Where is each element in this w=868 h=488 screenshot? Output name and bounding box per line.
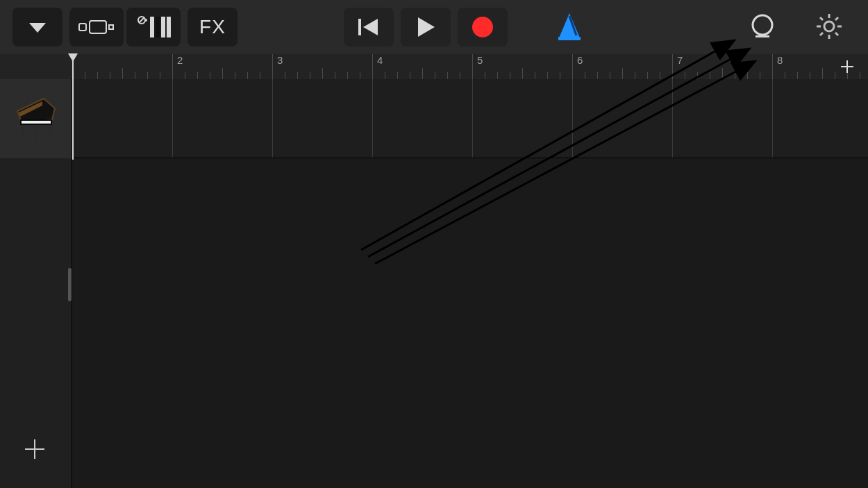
bar-mark: 4 (372, 54, 383, 79)
ruler-tick (435, 72, 435, 79)
barline (272, 79, 273, 158)
ruler-tick (547, 72, 548, 79)
fx-button[interactable]: FX (187, 8, 237, 47)
ruler-tick (360, 72, 360, 79)
svg-rect-7 (150, 17, 154, 37)
ruler-tick (672, 72, 673, 79)
ruler-tick (460, 72, 460, 79)
plus-icon (839, 58, 856, 75)
ruler-tick (147, 72, 148, 79)
svg-line-25 (820, 17, 823, 20)
ruler-tick (522, 68, 523, 79)
bar-mark: 5 (472, 54, 483, 79)
svg-rect-1 (79, 24, 86, 31)
ruler-tick (385, 72, 385, 79)
record-button[interactable] (458, 8, 508, 47)
track-lane[interactable] (72, 79, 868, 158)
svg-rect-10 (167, 17, 171, 37)
add-region-button[interactable] (832, 54, 862, 79)
ruler-tick (572, 72, 573, 79)
svg-rect-2 (90, 21, 106, 33)
ruler-tick (635, 72, 635, 79)
ruler-tick (810, 72, 810, 79)
ruler-tick (247, 72, 248, 79)
ruler-tick (210, 72, 210, 79)
smart-controls-button[interactable] (126, 8, 181, 47)
track-header-piano[interactable] (0, 79, 72, 158)
svg-rect-3 (109, 25, 113, 29)
scroll-indicator[interactable] (68, 268, 72, 301)
barline (372, 79, 373, 158)
ruler-tick (172, 72, 173, 79)
ruler-tick (597, 72, 598, 79)
ruler-tick (135, 72, 135, 79)
svg-line-28 (820, 33, 823, 35)
ruler-tick (472, 72, 473, 79)
ruler-tick (397, 72, 398, 79)
bar-mark: 7 (672, 54, 683, 79)
barline (172, 79, 173, 158)
barline (572, 79, 573, 158)
ruler-tick (697, 72, 698, 79)
ruler-tick (735, 72, 735, 79)
track-view-button[interactable] (69, 8, 124, 47)
svg-rect-19 (756, 35, 769, 37)
ruler-tick (685, 72, 685, 79)
ruler-tick (535, 72, 535, 79)
ruler-tick (160, 72, 160, 79)
grand-piano-icon (9, 92, 63, 146)
svg-point-20 (824, 22, 834, 31)
mixer-sliders-icon (135, 15, 172, 39)
svg-point-14 (472, 17, 493, 37)
ruler-tick (660, 72, 660, 79)
ruler-tick (747, 72, 748, 79)
svg-marker-31 (17, 99, 55, 122)
ruler-tick (122, 68, 123, 79)
plus-icon (23, 437, 47, 461)
bar-mark: 3 (272, 54, 283, 79)
svg-rect-9 (161, 17, 165, 37)
barline (672, 79, 673, 158)
rewind-button[interactable] (344, 8, 394, 47)
ruler-tick (797, 72, 798, 79)
instrument-browser-button[interactable] (12, 8, 62, 47)
settings-button[interactable] (812, 10, 846, 43)
garageband-tracks-view: FX (0, 0, 868, 488)
ruler-inner: 2345678 (72, 54, 868, 79)
bar-mark: 2 (172, 54, 183, 79)
ruler-tick (785, 72, 785, 79)
svg-line-26 (835, 33, 838, 35)
svg-rect-17 (558, 37, 581, 40)
rewind-to-start-icon (357, 17, 381, 37)
metronome-button[interactable] (553, 10, 586, 43)
ruler-tick (347, 72, 348, 79)
ruler-tick (297, 72, 298, 79)
ruler-tick (622, 68, 623, 79)
svg-line-27 (835, 17, 838, 20)
record-icon (471, 15, 494, 39)
barline (472, 79, 473, 158)
ruler-tick (760, 72, 760, 79)
add-track-button[interactable] (17, 431, 53, 467)
timeline-ruler[interactable]: 2345678 (0, 54, 868, 79)
ruler-tick (235, 72, 235, 79)
loop-browser-button[interactable] (746, 10, 779, 43)
ruler-tick (422, 68, 423, 79)
svg-point-18 (753, 15, 772, 35)
ruler-tick (197, 72, 198, 79)
gear-icon (815, 12, 843, 40)
ruler-tick (772, 72, 773, 79)
ruler-tick (485, 72, 485, 79)
chevron-down-icon (26, 20, 49, 34)
ruler-tick (335, 72, 335, 79)
ruler-tick (710, 72, 710, 79)
fx-label: FX (199, 16, 226, 38)
playhead[interactable] (72, 54, 74, 160)
ruler-tick (97, 72, 98, 79)
svg-marker-0 (29, 23, 46, 33)
svg-point-6 (144, 19, 147, 22)
ruler-tick (447, 72, 448, 79)
svg-rect-11 (358, 19, 361, 35)
ruler-tick (322, 68, 323, 79)
play-button[interactable] (401, 8, 451, 47)
